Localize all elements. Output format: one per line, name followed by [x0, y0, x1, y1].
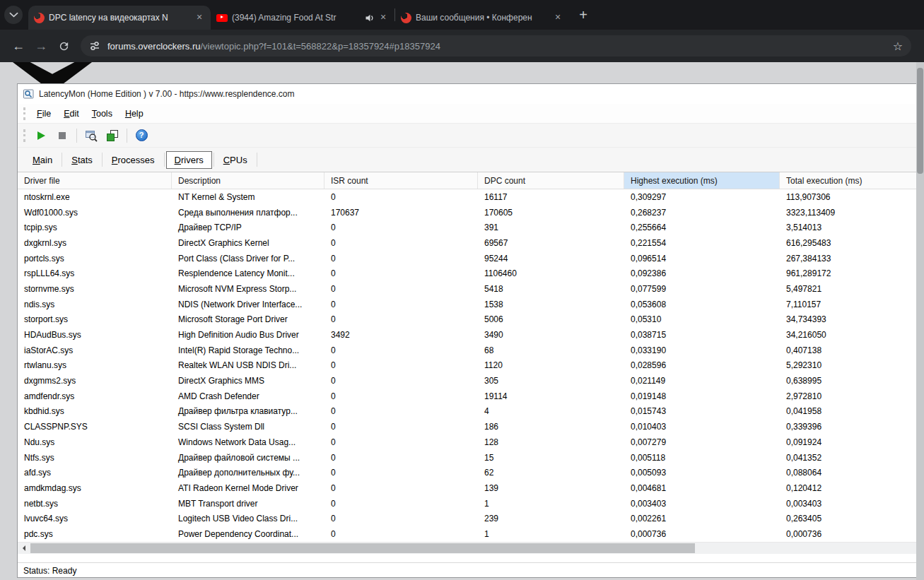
forward-button[interactable]: → [30, 35, 52, 57]
column-header-1[interactable]: Description [172, 172, 324, 189]
table-row[interactable]: Ntfs.sysДрайвер файловой системы ...0150… [18, 450, 924, 466]
new-tab-button[interactable]: + [573, 5, 593, 25]
site-settings-tune-icon[interactable] [89, 40, 100, 52]
table-cell: netbt.sys [18, 499, 172, 509]
page-scrollbar-thumb[interactable] [917, 68, 923, 174]
table-row[interactable]: netbt.sysMBT Transport driver010,0034030… [18, 496, 924, 511]
menu-edit[interactable]: Edit [57, 107, 86, 121]
table-row[interactable]: ntoskrnl.exeNT Kernel & System0161170,30… [18, 189, 924, 205]
analyze-button[interactable] [82, 126, 100, 145]
table-row[interactable]: rspLLL64.sysResplendence Latency Monit..… [18, 266, 924, 281]
table-row[interactable]: lvuvc64.sysLogitech USB Video Class Dri.… [18, 511, 924, 526]
column-header-3[interactable]: DPC count [478, 172, 624, 189]
table-row[interactable]: iaStorAC.sysIntel(R) Rapid Storage Techn… [18, 343, 924, 358]
table-cell: 0 [324, 406, 478, 416]
table-cell: 62 [478, 468, 624, 478]
table-row[interactable]: tcpip.sysДрайвер TCP/IP03910,2556643,514… [18, 220, 924, 235]
refresh-icon [58, 40, 70, 52]
latencymon-window: LatencyMon (Home Edition ) v 7.00 - http… [17, 83, 924, 578]
page-scrollbar[interactable] [916, 62, 924, 580]
window-title: LatencyMon (Home Edition ) v 7.00 - http… [39, 89, 295, 99]
menu-help[interactable]: Help [119, 107, 150, 121]
address-bar[interactable]: forums.overclockers.ru/viewtopic.php?f=1… [81, 35, 911, 57]
tab-separator [214, 153, 214, 167]
table-cell: 0,019148 [624, 391, 780, 401]
scroll-left-button[interactable] [18, 543, 30, 554]
table-row[interactable]: portcls.sysPort Class (Class Driver for … [18, 251, 924, 266]
status-bar: Status: Ready [18, 562, 924, 578]
table-row[interactable]: rtwlanu.sysRealtek WLAN USB NDIS Dri...0… [18, 358, 924, 374]
table-cell: 0 [324, 514, 478, 523]
table-cell: 0,002261 [624, 514, 780, 523]
tab-close-icon[interactable]: × [552, 12, 563, 23]
table-cell: 0 [324, 483, 478, 493]
table-cell: 0,088064 [780, 468, 924, 478]
table-row[interactable]: Ndu.sysWindows Network Data Usag...01280… [18, 434, 924, 450]
table-row[interactable]: HDAudBus.sysHigh Definition Audio Bus Dr… [18, 327, 924, 343]
table-body: ntoskrnl.exeNT Kernel & System0161170,30… [18, 189, 924, 542]
table-cell: 1538 [478, 300, 624, 309]
table-cell: NT Kernel & System [172, 192, 324, 202]
table-cell: Logitech USB Video Class Dri... [172, 514, 324, 523]
tab-close-icon[interactable]: × [378, 12, 389, 23]
table-cell: 3323,113409 [780, 208, 924, 218]
tab-title: (3944) Amazing Food At Str [232, 13, 361, 23]
column-header-2[interactable]: ISR count [324, 172, 478, 189]
column-header-5[interactable]: Total execution (ms) [780, 172, 924, 189]
table-cell: 1 [478, 529, 624, 539]
back-button[interactable]: ← [7, 35, 30, 57]
tab-drivers[interactable]: Drivers [166, 151, 212, 169]
tab-processes[interactable]: Processes [104, 152, 163, 168]
table-cell: AMD Crash Defender [172, 391, 324, 401]
table-row[interactable]: amdkmdag.sysATI Radeon Kernel Mode Drive… [18, 480, 924, 496]
scrollbar-thumb[interactable] [30, 543, 695, 553]
table-cell: rtwlanu.sys [18, 360, 172, 370]
table-row[interactable]: afd.sysДрайвер дополнительных фу...0620,… [18, 465, 924, 480]
tab-cpus[interactable]: CPUs [216, 152, 255, 168]
table-cell: 0 [324, 192, 478, 202]
table-row[interactable]: storport.sysMicrosoft Storage Port Drive… [18, 312, 924, 328]
table-row[interactable]: CLASSPNP.SYSSCSI Class System Dll01860,0… [18, 419, 924, 434]
browser-tab-youtube[interactable]: (3944) Amazing Food At Str × [211, 6, 394, 30]
url-domain: forums.overclockers.ru [107, 41, 200, 52]
table-row[interactable]: kbdhid.sysДрайвер фильтра клавиатур...04… [18, 404, 924, 420]
table-cell: 7,110157 [780, 300, 924, 309]
table-row[interactable]: stornvme.sysMicrosoft NVM Express Storp.… [18, 281, 924, 297]
toolbar-separator [127, 129, 127, 143]
bookmark-star-icon[interactable]: ☆ [893, 40, 903, 53]
column-header-4[interactable]: Highest execution (ms) [624, 172, 780, 189]
table-row[interactable]: ndis.sysNDIS (Network Driver Interface..… [18, 297, 924, 312]
tab-search-button[interactable] [4, 6, 23, 24]
table-cell: Port Class (Class Driver for P... [172, 254, 324, 264]
tab-stats[interactable]: Stats [64, 152, 100, 168]
table-row[interactable]: dxgmms2.sysDirectX Graphics MMS03050,021… [18, 373, 924, 389]
browser-tab-active[interactable]: DPC latency на видеокартах N × [28, 6, 211, 30]
table-cell: Ntfs.sys [18, 453, 172, 463]
help-button[interactable]: ? [132, 126, 151, 145]
table-cell: 0 [324, 453, 478, 463]
table-cell: 0 [324, 223, 478, 232]
table-cell: 0 [324, 468, 478, 478]
table-row[interactable]: Wdf01000.sysСреда выполнения платфор...1… [18, 205, 924, 220]
table-cell: NDIS (Network Driver Interface... [172, 300, 324, 309]
tab-main[interactable]: Main [25, 152, 60, 168]
tab-close-icon[interactable]: × [194, 12, 205, 23]
browser-tab-messages[interactable]: Ваши сообщения • Конферен × [395, 6, 569, 30]
table-cell: Wdf01000.sys [18, 208, 172, 218]
horizontal-scrollbar[interactable] [18, 542, 924, 554]
column-header-0[interactable]: Driver file [18, 172, 172, 189]
stop-monitor-button[interactable] [53, 126, 71, 145]
start-monitor-button[interactable] [32, 126, 50, 145]
audio-speaker-icon[interactable] [365, 13, 375, 23]
table-cell: rspLLL64.sys [18, 268, 172, 278]
table-cell: 0,000736 [624, 529, 780, 539]
table-cell: 0 [324, 391, 478, 401]
table-cell: 95244 [478, 254, 624, 264]
table-row[interactable]: dxgkrnl.sysDirectX Graphics Kernel069567… [18, 235, 924, 251]
table-row[interactable]: amdfendr.sysAMD Crash Defender0191140,01… [18, 389, 924, 404]
report-button[interactable] [103, 126, 122, 145]
menu-tools[interactable]: Tools [86, 107, 119, 121]
table-row[interactable]: pdc.sysPower Dependency Coordinat...010,… [18, 526, 924, 542]
refresh-button[interactable] [52, 35, 75, 57]
menu-file[interactable]: File [30, 107, 57, 121]
